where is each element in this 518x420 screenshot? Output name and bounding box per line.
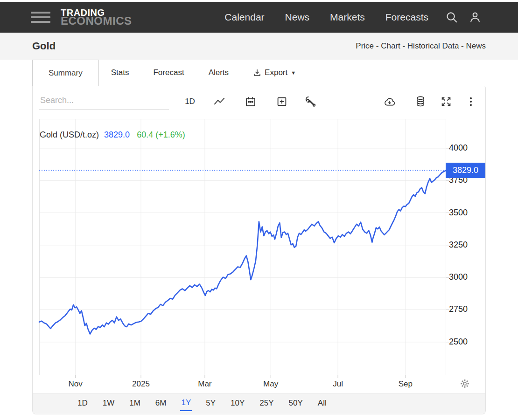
range-button-5y[interactable]: 5Y	[205, 397, 217, 411]
user-icon[interactable]	[469, 11, 482, 24]
tab-forecast-label: Forecast	[153, 68, 184, 77]
tab-bar-spacer	[0, 60, 32, 86]
cloud-download-icon[interactable]	[382, 95, 398, 109]
range-button-6m[interactable]: 6M	[154, 397, 168, 411]
x-axis-label: May	[252, 379, 289, 389]
x-axis-label: Sep	[387, 379, 424, 389]
y-axis-label: 3500	[449, 208, 468, 218]
x-axis-label: Mar	[186, 379, 224, 389]
current-price-badge: 3829.0	[446, 163, 485, 178]
nav-item-calendar[interactable]: Calendar	[224, 12, 264, 23]
nav-item-markets[interactable]: Markets	[330, 12, 365, 23]
nav-icons	[445, 11, 482, 24]
range-button-25y[interactable]: 25Y	[259, 397, 274, 411]
range-button-all[interactable]: All	[317, 397, 328, 411]
legend-series-name: Gold (USD/t.oz)	[40, 130, 99, 139]
legend-change: 60.4 (+1.6%)	[137, 130, 185, 139]
range-button-1w[interactable]: 1W	[102, 397, 116, 411]
chart-card: 1D Gold (USD/t.oz) 3829.0 60.	[32, 86, 486, 414]
more-options-icon[interactable]	[464, 95, 478, 109]
tab-stats-label: Stats	[111, 68, 129, 77]
instrument-header: Gold Price - Chart - Historical Data - N…	[0, 33, 518, 60]
tab-bar: Summary Stats Forecast Alerts Export ▼	[0, 60, 518, 86]
y-axis-label: 3000	[449, 272, 468, 282]
y-axis-label: 4000	[449, 143, 468, 153]
range-button-10y[interactable]: 10Y	[230, 397, 245, 411]
chart-legend: Gold (USD/t.oz) 3829.0 60.4 (+1.6%)	[40, 130, 185, 140]
tab-forecast[interactable]: Forecast	[141, 60, 196, 86]
y-axis-label: 2500	[449, 337, 468, 347]
tab-export[interactable]: Export ▼	[241, 60, 308, 86]
chevron-down-icon: ▼	[291, 70, 296, 76]
x-axis-label: Nov	[57, 379, 94, 389]
range-button-1y[interactable]: 1Y	[180, 397, 192, 411]
tab-summary-label: Summary	[49, 69, 83, 78]
chart-settings-gear-icon[interactable]	[460, 379, 470, 391]
tab-alerts[interactable]: Alerts	[196, 60, 241, 86]
nav-item-forecasts[interactable]: Forecasts	[385, 12, 428, 23]
data-source-icon[interactable]	[413, 95, 428, 109]
tools-wrench-icon[interactable]	[303, 95, 319, 109]
range-selector-items: 1D1W1M6M1Y5Y10Y25Y50YAll	[77, 397, 328, 411]
range-selector: 1D1W1M6M1Y5Y10Y25Y50YAll	[33, 393, 485, 414]
range-button-50y[interactable]: 50Y	[288, 397, 304, 411]
price-line-chart[interactable]	[39, 119, 446, 375]
tab-alerts-label: Alerts	[209, 68, 229, 77]
x-axis-label: Jul	[319, 379, 357, 389]
top-navbar: TRADING ECONOMICS Calendar News Markets …	[0, 2, 518, 33]
y-axis-label: 3250	[449, 240, 468, 250]
breadcrumb-links[interactable]: Price - Chart - Historical Data - News	[356, 41, 486, 51]
search-input[interactable]	[39, 94, 169, 110]
chart-plot-area[interactable]: Gold (USD/t.oz) 3829.0 60.4 (+1.6%) 4000…	[33, 119, 485, 375]
date-range-icon[interactable]	[243, 95, 259, 109]
tab-summary[interactable]: Summary	[32, 60, 99, 86]
legend-price: 3829.0	[104, 130, 130, 139]
compare-add-icon[interactable]	[274, 95, 290, 109]
range-button-1m[interactable]: 1M	[128, 397, 141, 411]
chart-toolbar: 1D	[33, 86, 485, 117]
nav-links: Calendar News Markets Forecasts	[224, 12, 428, 23]
tab-stats[interactable]: Stats	[99, 60, 141, 86]
hamburger-menu-icon[interactable]	[31, 9, 50, 26]
y-axis-label: 2750	[449, 304, 468, 314]
page-title: Gold	[32, 40, 56, 52]
x-axis: Nov2025MarMayJulSep	[33, 375, 485, 393]
download-icon	[253, 69, 261, 77]
logo-line-2: ECONOMICS	[61, 15, 132, 27]
fullscreen-icon[interactable]	[438, 95, 454, 109]
tab-export-label: Export	[265, 68, 287, 77]
interval-button[interactable]: 1D	[182, 95, 198, 109]
range-button-1d[interactable]: 1D	[77, 397, 89, 411]
trading-economics-logo[interactable]: TRADING ECONOMICS	[61, 8, 132, 27]
search-icon[interactable]	[445, 11, 458, 24]
chart-type-icon[interactable]	[211, 95, 227, 109]
nav-item-news[interactable]: News	[285, 12, 310, 23]
x-axis-label: 2025	[122, 379, 160, 389]
